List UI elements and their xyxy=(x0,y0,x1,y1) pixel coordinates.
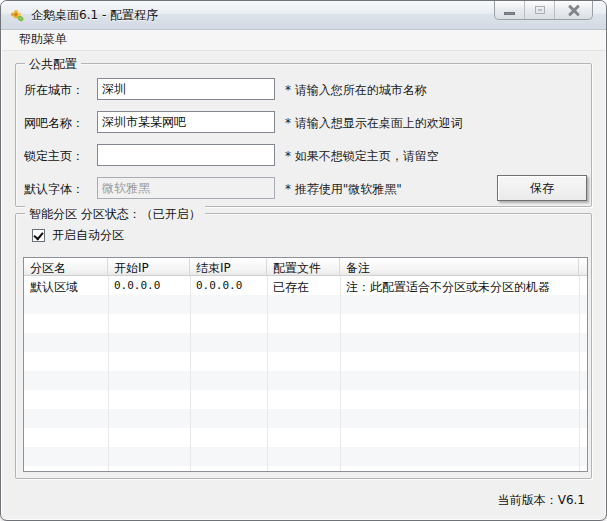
font-hint: * 推荐使用"微软雅黑" xyxy=(285,181,402,198)
form-row-homepage: 锁定主页： * 如果不想锁定主页，请留空 xyxy=(16,144,591,168)
minimize-button[interactable] xyxy=(495,1,524,19)
checkbox-checked-icon xyxy=(32,229,45,242)
col-header-start-ip[interactable]: 开始IP xyxy=(108,258,190,275)
save-button[interactable]: 保存 xyxy=(497,175,587,201)
homepage-input[interactable] xyxy=(97,144,275,166)
cafe-name-hint: * 请输入想显示在桌面上的欢迎词 xyxy=(285,115,463,132)
cell-end-ip: 0.0.0.0 xyxy=(190,276,267,295)
cafe-name-label: 网吧名称： xyxy=(24,115,84,132)
client-area: 公共配置 所在城市： * 请输入您所在的城市名称 网吧名称： * 请输入想显示在… xyxy=(2,52,605,519)
cell-start-ip: 0.0.0.0 xyxy=(108,276,190,295)
homepage-label: 锁定主页： xyxy=(24,148,84,165)
maximize-icon xyxy=(535,6,545,14)
form-row-cafe-name: 网吧名称： * 请输入想显示在桌面上的欢迎词 xyxy=(16,111,591,135)
partition-table-header: 分区名 开始IP 结束IP 配置文件 备注 xyxy=(24,258,587,276)
table-row[interactable]: 默认区域 0.0.0.0 0.0.0.0 已存在 注：此配置适合不分区或未分区的… xyxy=(24,276,587,295)
auto-partition-label: 开启自动分区 xyxy=(52,227,124,244)
window-controls xyxy=(494,1,593,20)
group-partition-title: 智能分区 分区状态：（已开启） xyxy=(25,206,205,223)
window-title: 企鹅桌面6.1 - 配置程序 xyxy=(31,7,158,24)
menu-bar: 帮助菜单 xyxy=(2,30,605,51)
group-common-config: 公共配置 所在城市： * 请输入您所在的城市名称 网吧名称： * 请输入想显示在… xyxy=(15,63,592,207)
city-label: 所在城市： xyxy=(24,82,84,99)
font-label: 默认字体： xyxy=(24,181,84,198)
cell-remark: 注：此配置适合不分区或未分区的机器 xyxy=(340,276,579,295)
table-gridlines xyxy=(24,276,587,471)
col-header-filler xyxy=(579,258,588,275)
group-common-title: 公共配置 xyxy=(25,56,81,73)
form-row-city: 所在城市： * 请输入您所在的城市名称 xyxy=(16,78,591,102)
app-window: 企鹅桌面6.1 - 配置程序 帮助菜单 公共配置 所在城市： * 请输入您所在的… xyxy=(0,0,607,521)
col-header-config-file[interactable]: 配置文件 xyxy=(267,258,340,275)
close-button[interactable] xyxy=(554,1,592,19)
cell-partition-name: 默认区域 xyxy=(24,276,108,295)
maximize-button[interactable] xyxy=(524,1,554,19)
col-header-end-ip[interactable]: 结束IP xyxy=(190,258,267,275)
close-icon xyxy=(568,4,580,16)
col-header-remark[interactable]: 备注 xyxy=(340,258,579,275)
font-input xyxy=(97,177,275,199)
col-header-partition-name[interactable]: 分区名 xyxy=(24,258,108,275)
app-flower-icon xyxy=(9,7,25,23)
homepage-hint: * 如果不想锁定主页，请留空 xyxy=(285,148,439,165)
minimize-icon xyxy=(504,12,515,15)
partition-table[interactable]: 分区名 开始IP 结束IP 配置文件 备注 默认区域 0.0.0.0 0.0.0… xyxy=(23,257,588,472)
group-partition: 智能分区 分区状态：（已开启） 开启自动分区 分区名 开始IP 结束IP 配置文… xyxy=(15,213,592,479)
version-status: 当前版本：V6.1 xyxy=(498,492,585,509)
menu-help[interactable]: 帮助菜单 xyxy=(2,29,77,51)
auto-partition-checkbox[interactable]: 开启自动分区 xyxy=(32,227,124,243)
cafe-name-input[interactable] xyxy=(97,111,275,133)
cell-config-file: 已存在 xyxy=(267,276,340,295)
city-input[interactable] xyxy=(97,78,275,100)
city-hint: * 请输入您所在的城市名称 xyxy=(285,82,427,99)
